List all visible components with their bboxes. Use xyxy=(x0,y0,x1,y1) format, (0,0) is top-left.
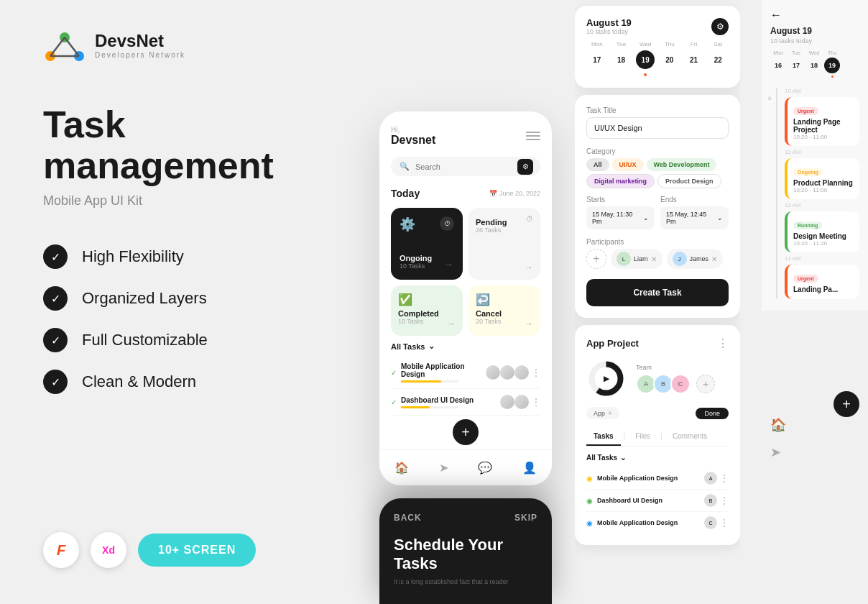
add-participant-button[interactable]: + xyxy=(586,249,606,269)
timeline-events: 10 AM Urgent Landing Page Project 10:20 … xyxy=(776,88,859,299)
send-nav-icon[interactable]: ➤ xyxy=(770,444,781,460)
timeline-fab[interactable]: + xyxy=(834,391,859,417)
participants-row: + L Liam ✕ J James ✕ xyxy=(586,249,729,269)
more-options-icon[interactable]: ⋮ xyxy=(720,518,729,528)
send-nav-icon[interactable]: ➤ xyxy=(439,461,448,475)
category-webdev[interactable]: Web Development xyxy=(647,158,717,171)
chat-nav-icon[interactable]: 💬 xyxy=(478,461,492,475)
ongoing-task-card[interactable]: ⚙️ Ongoing 10 Tasks ⏱ → xyxy=(391,208,463,280)
calendar-settings-button[interactable]: ⚙ xyxy=(711,18,729,35)
participant-avatar: L xyxy=(617,252,631,266)
ends-select[interactable]: 15 May, 12:45 Pm ⌄ xyxy=(660,206,729,229)
category-product-design[interactable]: Product Design xyxy=(657,174,721,188)
arrow-icon: → xyxy=(443,258,454,271)
app-project-header: App Project ⋮ xyxy=(586,337,729,350)
more-icon[interactable]: ⋮ xyxy=(532,367,540,378)
done-badge: Done xyxy=(696,408,729,419)
day-num[interactable]: 18 xyxy=(612,50,631,69)
tab-files[interactable]: Files xyxy=(628,428,657,446)
feature-label: High Flexibility xyxy=(82,247,184,266)
pending-task-card[interactable]: ⏱ Pending 26 Tasks → xyxy=(468,208,540,280)
search-input[interactable] xyxy=(415,163,466,171)
more-options-icon[interactable]: ⋮ xyxy=(720,495,729,505)
chevron-down-icon: ⌄ xyxy=(620,454,626,462)
day-num[interactable]: 17 xyxy=(588,50,606,69)
day-name: Sat xyxy=(714,41,722,47)
proj-task-item[interactable]: ◉ Dashboard UI Design B ⋮ xyxy=(586,490,729,512)
category-all[interactable]: All xyxy=(586,158,609,171)
category-uiux[interactable]: UI/UX xyxy=(612,158,644,171)
task-title-input[interactable] xyxy=(586,117,729,139)
fab-button[interactable]: + xyxy=(453,419,479,445)
tl-day-num[interactable]: 16 xyxy=(770,58,786,73)
starts-label: Starts xyxy=(586,196,655,203)
app-tag[interactable]: App + xyxy=(586,407,619,419)
create-task-button[interactable]: Create Task xyxy=(586,279,729,306)
pending-icon: ⏱ xyxy=(526,215,533,223)
home-nav-icon[interactable]: 🏠 xyxy=(770,417,786,433)
tab-separator: | xyxy=(657,428,665,446)
tl-day: Mon 16 xyxy=(770,50,786,78)
tab-comments[interactable]: Comments xyxy=(665,428,714,446)
proj-task-item[interactable]: ◉ Mobile Application Design A ⋮ xyxy=(586,467,729,490)
tl-event[interactable]: Ongoing Product Planning 10:20 - 11:00 xyxy=(785,158,859,199)
add-tag-icon[interactable]: + xyxy=(608,409,612,417)
day-num-active[interactable]: 19 xyxy=(636,50,655,69)
day-num[interactable]: 20 xyxy=(660,50,679,69)
add-team-button[interactable]: + xyxy=(696,375,715,393)
calendar-header: August 19 10 tasks today ⚙ xyxy=(586,17,729,35)
check-icon: ✓ xyxy=(43,244,68,269)
more-options-icon[interactable]: ⋮ xyxy=(720,473,729,483)
tl-time: 10 AM xyxy=(785,88,859,94)
home-nav-icon[interactable]: 🏠 xyxy=(394,461,409,475)
remove-participant-icon[interactable]: ✕ xyxy=(711,255,717,263)
task-list-name: Dashboard UI Design xyxy=(401,396,474,404)
tl-day-num-active[interactable]: 19 xyxy=(824,58,840,73)
ends-label: Ends xyxy=(660,196,729,203)
starts-select[interactable]: 15 May, 11:30 Pm ⌄ xyxy=(586,206,655,229)
cancel-task-card[interactable]: ↩️ Cancel 20 Tasks → xyxy=(468,285,540,336)
tl-badge-ongoing: Ongoing xyxy=(793,168,823,176)
arrow-icon: → xyxy=(525,319,533,329)
hamburger-menu[interactable] xyxy=(526,132,540,140)
figma-badge[interactable]: F xyxy=(43,532,79,568)
task-list-item[interactable]: ✓ Mobile Application Design ⋮ xyxy=(391,357,540,389)
bottom-phone-nav: BACK SKIP xyxy=(394,513,537,523)
day-num[interactable]: 22 xyxy=(708,50,727,69)
calendar-tasks-count: 10 tasks today xyxy=(586,28,632,35)
completed-task-card[interactable]: ✅ Completed 10 Tasks → xyxy=(391,285,463,336)
more-icon[interactable]: ⋮ xyxy=(532,397,540,407)
profile-nav-icon[interactable]: 👤 xyxy=(522,461,537,475)
search-bar[interactable]: 🔍 ⚙ xyxy=(391,157,540,176)
back-arrow-icon[interactable]: ← xyxy=(770,9,782,21)
screen-count-button[interactable]: 10+ SCREEN xyxy=(138,534,256,567)
tl-event-time: 10:20 - 11:00 xyxy=(793,187,854,193)
feature-label: Organized Layers xyxy=(82,289,207,308)
team-avatars: A B C + xyxy=(636,374,715,394)
tl-event[interactable]: Urgent Landing Pa... xyxy=(785,265,859,299)
all-tasks-header: All Tasks ⌄ xyxy=(391,342,540,351)
tl-event[interactable]: Running Design Meeting 10:20 - 11:20 xyxy=(785,211,859,252)
back-button[interactable]: BACK xyxy=(394,513,422,523)
tl-day-num[interactable]: 17 xyxy=(788,58,804,73)
remove-participant-icon[interactable]: ✕ xyxy=(651,255,657,263)
cal-day: Thu 20 xyxy=(659,41,680,76)
phone-navigation: 🏠 ➤ 💬 👤 xyxy=(379,449,552,485)
tl-event-title: Landing Pa... xyxy=(793,285,854,293)
tl-event[interactable]: Urgent Landing Page Project 10:20 - 11:0… xyxy=(785,97,859,146)
skip-button[interactable]: SKIP xyxy=(514,513,537,523)
tl-dot xyxy=(831,76,834,78)
more-options-icon[interactable]: ⋮ xyxy=(717,337,729,350)
proj-task-item[interactable]: ◉ Mobile Application Design C ⋮ xyxy=(586,512,729,534)
category-digital-marketing[interactable]: Digital marketing xyxy=(586,174,655,188)
logo-text: DevsNet Developers Network xyxy=(95,31,185,59)
day-num[interactable]: 21 xyxy=(685,50,703,69)
bottom-bar: F Xd 10+ SCREEN xyxy=(43,532,256,568)
task-list-item[interactable]: ✓ Dashboard UI Design ⋮ xyxy=(391,389,540,416)
filter-button[interactable]: ⚙ xyxy=(517,159,533,175)
schedule-desc: It is a long established fact that a rea… xyxy=(394,577,537,587)
tab-tasks[interactable]: Tasks xyxy=(586,428,621,446)
participant-name: James xyxy=(690,255,709,262)
tl-day-num[interactable]: 18 xyxy=(806,58,822,73)
xd-badge[interactable]: Xd xyxy=(91,532,126,568)
